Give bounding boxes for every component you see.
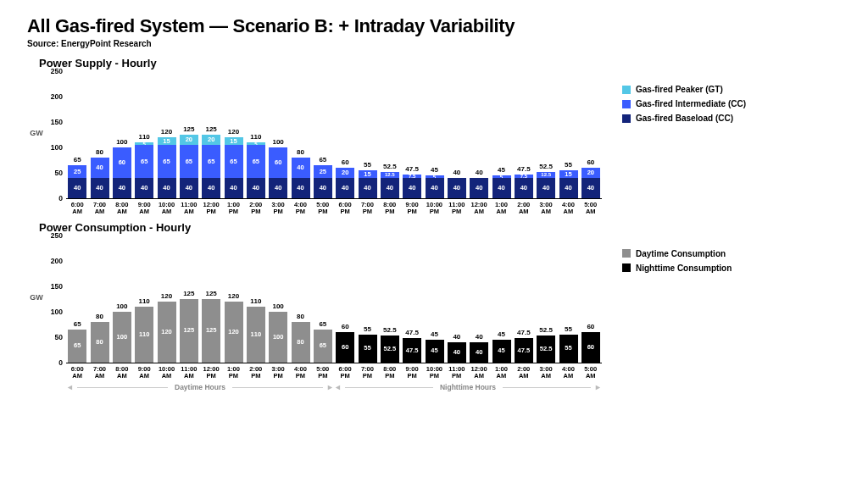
bar: 100100 bbox=[269, 312, 287, 363]
legend-item: Gas-fired Peaker (GT) bbox=[622, 85, 746, 94]
bar-segment-baseload: 40 bbox=[492, 178, 511, 198]
bar: 402565 bbox=[68, 165, 86, 198]
ytick: 100 bbox=[51, 143, 63, 152]
bar: 4040 bbox=[470, 342, 488, 363]
page: All Gas-fired System — Scenario B: + Int… bbox=[0, 0, 868, 398]
xtick: 3:00PM bbox=[267, 366, 289, 380]
bar-segment-day_cons: 65 bbox=[68, 330, 86, 363]
bar-total-label: 52.5 bbox=[537, 163, 555, 170]
xtick: 7:00PM bbox=[356, 202, 378, 216]
bar-segment-night_cons: 47.5 bbox=[403, 338, 421, 363]
bar-segment-baseload: 40 bbox=[91, 178, 109, 198]
bar-segment-intermediate: 60 bbox=[113, 147, 131, 178]
bar-segment-baseload: 40 bbox=[68, 178, 86, 198]
bar: 47.547.5 bbox=[515, 338, 533, 363]
bar-total-label: 40 bbox=[448, 333, 466, 341]
bar: 5555 bbox=[559, 335, 578, 363]
bar-segment-night_cons: 45 bbox=[492, 340, 511, 363]
bar-segment-night_cons: 55 bbox=[359, 335, 377, 363]
bar-segment-day_cons: 110 bbox=[247, 307, 265, 363]
bar: 401555 bbox=[559, 170, 578, 198]
bar-total-label: 80 bbox=[292, 313, 310, 320]
bar-total-label: 60 bbox=[336, 158, 354, 166]
bar-segment-intermediate: 25 bbox=[68, 165, 86, 178]
bar-total-label: 52.5 bbox=[537, 326, 555, 334]
bar-segment-day_cons: 110 bbox=[135, 307, 153, 363]
legend: Gas-fired Peaker (GT)Gas-fired Intermedi… bbox=[622, 85, 746, 128]
bar: 4060100 bbox=[269, 147, 287, 198]
xtick: 12:00PM bbox=[200, 202, 222, 216]
xtick: 7:00AM bbox=[88, 366, 110, 380]
source-line: Source: EnergyPoint Research bbox=[27, 39, 841, 48]
bar-total-label: 110 bbox=[247, 133, 265, 141]
bar-segment-intermediate: 65 bbox=[225, 145, 243, 178]
bar-segment-intermediate: 20 bbox=[336, 168, 354, 178]
xaxis: 6:00AM7:00AM8:00AM9:00AM10:00AM11:00AM12… bbox=[66, 202, 602, 216]
yaxis: 050100150200250 bbox=[46, 236, 66, 363]
xtick: 4:00PM bbox=[289, 366, 311, 380]
yaxis-label: GW bbox=[27, 293, 46, 302]
bar-segment-intermediate: 65 bbox=[247, 145, 265, 178]
chart-row: GW05010015020025065658080100100110110120… bbox=[27, 236, 841, 380]
charts-container: Power Supply - HourlyGW05010015020025040… bbox=[27, 57, 841, 380]
ytick: 250 bbox=[51, 67, 63, 75]
xtick: 11:00PM bbox=[446, 366, 468, 380]
bar-segment-intermediate: 15 bbox=[559, 170, 578, 178]
xtick: 12:00AM bbox=[468, 202, 490, 216]
xtick: 8:00PM bbox=[379, 366, 401, 380]
bar-segment-intermediate: 60 bbox=[269, 147, 287, 178]
chart-row: GW05010015020025040256540408040601004065… bbox=[27, 71, 841, 216]
xtick: 7:00PM bbox=[356, 366, 378, 380]
xtick: 4:00AM bbox=[557, 366, 579, 380]
bar: 402565 bbox=[314, 165, 332, 198]
xtick: 11:00PM bbox=[446, 202, 468, 216]
bar: 4040 bbox=[448, 342, 466, 363]
bar: 404080 bbox=[91, 158, 109, 198]
yaxis: 050100150200250 bbox=[46, 71, 66, 198]
bar-total-label: 45 bbox=[426, 166, 444, 174]
bar-segment-peaker: 20 bbox=[202, 135, 220, 145]
bar-total-label: 47.5 bbox=[515, 165, 533, 173]
bar-total-label: 100 bbox=[269, 138, 287, 146]
bar-segment-intermediate: 25 bbox=[314, 165, 332, 178]
bar-total-label: 65 bbox=[68, 156, 86, 164]
bar-segment-night_cons: 55 bbox=[559, 335, 578, 363]
bar-total-label: 45 bbox=[492, 330, 511, 338]
legend-label: Gas-fired Baseload (CC) bbox=[636, 114, 733, 123]
xtick: 9:00PM bbox=[401, 366, 423, 380]
arrow-left-icon: ◄ bbox=[334, 383, 342, 391]
bar-segment-peaker: 15 bbox=[225, 137, 243, 145]
bar-segment-baseload: 40 bbox=[381, 178, 399, 198]
xtick: 1:00PM bbox=[222, 202, 244, 216]
bar: 110110 bbox=[135, 307, 153, 363]
xtick: 1:00AM bbox=[490, 366, 512, 380]
arrow-right-icon: ► bbox=[326, 383, 334, 391]
bar: 407.547.5 bbox=[403, 175, 421, 199]
bar-segment-baseload: 40 bbox=[581, 178, 600, 198]
bar-total-label: 120 bbox=[158, 128, 176, 136]
bar-total-label: 52.5 bbox=[381, 326, 399, 334]
xtick: 1:00PM bbox=[222, 366, 244, 380]
bar-segment-day_cons: 120 bbox=[225, 302, 243, 363]
xtick: 9:00AM bbox=[133, 202, 155, 216]
bar-segment-night_cons: 60 bbox=[581, 332, 600, 363]
ytick: 150 bbox=[51, 118, 63, 126]
bar-total-label: 65 bbox=[314, 156, 332, 164]
bar: 4545 bbox=[492, 340, 511, 363]
bar: 4040 bbox=[470, 178, 488, 198]
chart-title: Power Consumption - Hourly bbox=[39, 221, 841, 234]
bar-segment-baseload: 40 bbox=[292, 178, 310, 198]
bar-segment-night_cons: 47.5 bbox=[515, 338, 533, 363]
bar-segment-baseload: 40 bbox=[135, 178, 153, 198]
bar: 52.552.5 bbox=[381, 336, 399, 363]
bar-total-label: 65 bbox=[314, 320, 332, 328]
bar: 40545 bbox=[426, 175, 444, 198]
bar: 402060 bbox=[581, 168, 600, 198]
footer-daytime: ◄ Daytime Hours ► bbox=[66, 383, 334, 391]
bar: 100100 bbox=[113, 312, 131, 363]
bar: 125125 bbox=[202, 299, 220, 363]
bar: 40545 bbox=[492, 175, 511, 198]
bar: 110110 bbox=[247, 307, 265, 363]
bar-total-label: 110 bbox=[135, 297, 153, 305]
bar-segment-day_cons: 120 bbox=[158, 302, 176, 363]
